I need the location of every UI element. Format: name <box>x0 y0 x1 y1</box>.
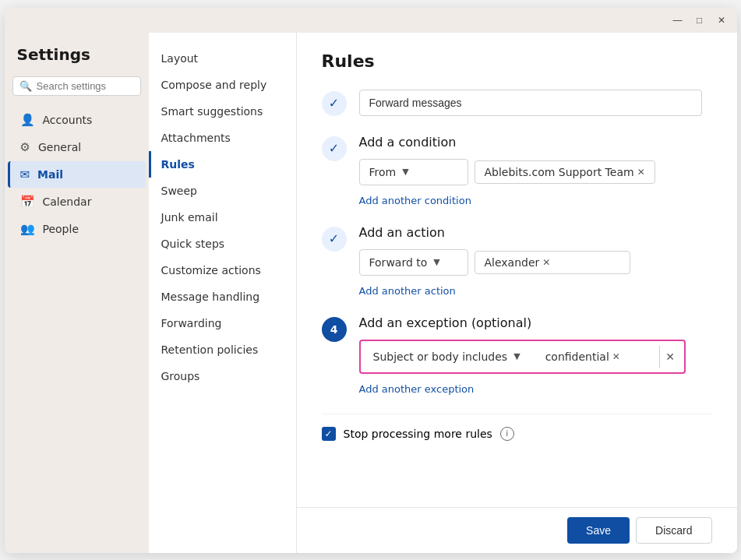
stop-processing-row: ✓ Stop processing more rules i <box>322 414 712 453</box>
midnav-layout[interactable]: Layout <box>149 45 296 72</box>
main-content: Rules ✓ ✓ Add a condition From <box>297 33 737 507</box>
exception-chevron-down-icon: ▼ <box>513 351 520 361</box>
action-row: Forward to ▼ Alexander ✕ <box>359 249 712 276</box>
midnav-forwarding[interactable]: Forwarding <box>149 310 296 336</box>
step1-check-icon: ✓ <box>322 91 347 116</box>
sidebar-item-calendar[interactable]: 📅 Calendar <box>8 188 146 215</box>
sidebar-title: Settings <box>5 45 149 76</box>
mid-nav: Layout Compose and reply Smart suggestio… <box>149 33 297 553</box>
step4-content: Add an exception (optional) Subject or b… <box>359 315 712 395</box>
action-buttons: Save Discard <box>297 507 737 553</box>
exception-tag-input[interactable]: confidential ✕ <box>536 346 653 368</box>
sidebar-item-calendar-label: Calendar <box>43 195 92 208</box>
condition-tag-label: Ablebits.com Support Team <box>485 166 634 178</box>
search-input[interactable] <box>37 80 134 92</box>
add-condition-link[interactable]: Add another condition <box>359 195 471 206</box>
sidebar-item-general[interactable]: ⚙️ General <box>8 134 146 160</box>
sidebar-item-people[interactable]: 👥 People <box>8 216 146 242</box>
step3-check-icon: ✓ <box>322 227 347 252</box>
step3-action: ✓ Add an action Forward to ▼ Alexander <box>322 225 712 297</box>
exception-close-button[interactable]: ✕ <box>659 346 681 368</box>
sidebar-item-general-label: General <box>38 141 81 153</box>
sidebar-item-people-label: People <box>43 223 79 235</box>
stop-processing-checkbox[interactable]: ✓ <box>322 427 336 441</box>
maximize-button[interactable]: □ <box>690 11 709 30</box>
condition-row: From ▼ Ablebits.com Support Team ✕ <box>359 159 712 185</box>
close-button[interactable]: ✕ <box>712 11 731 30</box>
step2-content: Add a condition From ▼ Ablebits.com Supp… <box>359 135 712 206</box>
action-chevron-down-icon: ▼ <box>433 257 439 267</box>
search-icon: 🔍 <box>19 80 32 92</box>
midnav-quicksteps[interactable]: Quick steps <box>149 231 296 257</box>
save-button[interactable]: Save <box>567 517 630 544</box>
sidebar-item-accounts[interactable]: 👤 Accounts <box>8 107 146 133</box>
mail-icon: ✉️ <box>20 167 30 181</box>
title-bar: — □ ✕ <box>5 8 737 33</box>
gear-icon: ⚙️ <box>20 140 30 154</box>
step2-check-icon: ✓ <box>322 136 347 161</box>
exception-dropdown[interactable]: Subject or body includes ▼ <box>364 344 530 369</box>
sidebar: Settings 🔍 👤 Accounts ⚙️ General ✉️ Mail… <box>5 33 149 553</box>
minimize-button[interactable]: — <box>669 11 687 30</box>
add-action-link[interactable]: Add another action <box>359 285 456 297</box>
action-tag-input[interactable]: Alexander ✕ <box>475 251 630 274</box>
content-area: Settings 🔍 👤 Accounts ⚙️ General ✉️ Mail… <box>5 33 737 553</box>
action-tag: Alexander ✕ <box>485 256 551 269</box>
window-controls: — □ ✕ <box>669 11 731 30</box>
condition-tag-remove[interactable]: ✕ <box>637 167 645 178</box>
condition-dropdown[interactable]: From ▼ <box>359 159 468 185</box>
info-icon[interactable]: i <box>500 427 514 441</box>
people-icon: 👥 <box>20 222 35 236</box>
sidebar-item-mail[interactable]: ✉️ Mail <box>8 161 146 188</box>
exception-tag-label: confidential <box>545 350 609 363</box>
step2-label: Add a condition <box>359 135 712 150</box>
action-tag-label: Alexander <box>485 256 540 269</box>
condition-dropdown-label: From <box>369 166 397 178</box>
sidebar-item-mail-label: Mail <box>37 168 63 181</box>
exception-tag: confidential ✕ <box>545 350 620 363</box>
exception-dropdown-label: Subject or body includes <box>373 350 508 363</box>
step3-label: Add an action <box>359 225 712 240</box>
midnav-smart[interactable]: Smart suggestions <box>149 98 296 125</box>
midnav-retention[interactable]: Retention policies <box>149 336 296 363</box>
rule-name-input[interactable] <box>359 90 702 116</box>
step1-content <box>359 90 712 116</box>
step1-rule-name: ✓ <box>322 90 712 116</box>
stop-processing-label: Stop processing more rules <box>344 428 492 440</box>
settings-window: — □ ✕ Settings 🔍 👤 Accounts ⚙️ General ✉… <box>5 8 737 553</box>
step4-exception: 4 Add an exception (optional) Subject or… <box>322 315 712 395</box>
chevron-down-icon: ▼ <box>402 167 408 177</box>
sidebar-item-accounts-label: Accounts <box>43 114 93 126</box>
midnav-compose[interactable]: Compose and reply <box>149 72 296 98</box>
condition-tag-input[interactable]: Ablebits.com Support Team ✕ <box>475 160 655 184</box>
page-title: Rules <box>322 51 712 71</box>
midnav-attachments[interactable]: Attachments <box>149 125 296 151</box>
discard-button[interactable]: Discard <box>636 517 711 544</box>
exception-tag-remove[interactable]: ✕ <box>612 351 620 362</box>
add-exception-link[interactable]: Add another exception <box>359 383 475 395</box>
search-box[interactable]: 🔍 <box>12 76 141 96</box>
condition-tag: Ablebits.com Support Team ✕ <box>485 166 645 178</box>
midnav-customize[interactable]: Customize actions <box>149 257 296 284</box>
step3-content: Add an action Forward to ▼ Alexander ✕ <box>359 225 712 297</box>
step4-label: Add an exception (optional) <box>359 315 712 330</box>
step2-condition: ✓ Add a condition From ▼ Ablebits.com Su… <box>322 135 712 206</box>
action-dropdown-label: Forward to <box>369 256 428 269</box>
step4-number-icon: 4 <box>322 317 347 342</box>
midnav-messagehandling[interactable]: Message handling <box>149 284 296 310</box>
exception-row: Subject or body includes ▼ confidential … <box>359 340 686 374</box>
action-dropdown[interactable]: Forward to ▼ <box>359 249 468 276</box>
midnav-sweep[interactable]: Sweep <box>149 178 296 204</box>
midnav-groups[interactable]: Groups <box>149 363 296 389</box>
midnav-rules[interactable]: Rules <box>149 151 296 178</box>
action-tag-remove[interactable]: ✕ <box>542 257 550 268</box>
accounts-icon: 👤 <box>20 113 35 127</box>
calendar-icon: 📅 <box>20 195 35 209</box>
midnav-junk[interactable]: Junk email <box>149 204 296 231</box>
